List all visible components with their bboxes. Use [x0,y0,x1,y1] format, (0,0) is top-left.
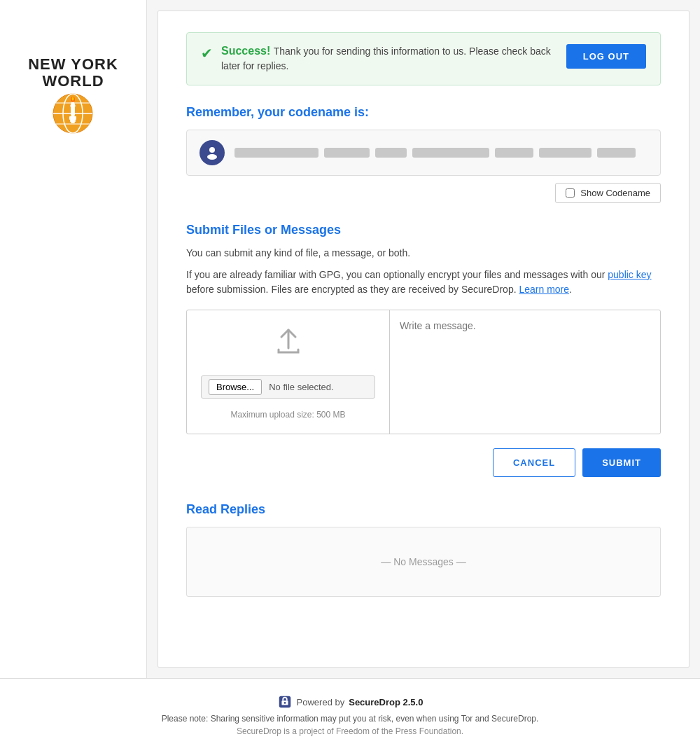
footer-project-text: SecureDrop is a project of Freedom of th… [237,726,463,736]
powered-by-text: Powered by [297,697,345,707]
submit-button[interactable]: SUBMIT [582,448,661,477]
svg-rect-5 [71,105,75,116]
svg-point-12 [209,147,215,153]
codename-word-1 [234,148,318,158]
svg-rect-8 [70,120,76,122]
upload-panel: Browse... No file selected. Maximum uplo… [187,310,390,434]
logo-icon [52,92,94,134]
submit-desc2-suffix: . [569,284,572,295]
submit-desc2: If you are already familiar with GPG, yo… [186,268,661,297]
success-left: ✔ Success! Thank you for sending this in… [201,44,566,74]
logo-container: NEW YORK WORLD [28,56,118,134]
sidebar: NEW YORK WORLD [0,0,147,678]
cancel-button[interactable]: CANCEL [493,448,575,477]
logo-line2: WORLD [42,72,104,90]
codename-word-6 [539,148,592,158]
logo-text: NEW YORK WORLD [28,56,118,90]
svg-point-13 [207,154,217,160]
svg-point-16 [284,702,286,704]
upload-icon [272,324,305,364]
person-icon [204,145,220,160]
footer-note: Please note: Sharing sensitive informati… [7,714,693,724]
submit-section-title: Submit Files or Messages [186,223,661,237]
no-messages-text: — No Messages — [381,556,465,567]
svg-rect-9 [71,122,75,123]
logo-line1: NEW YORK [28,55,118,73]
replies-box: — No Messages — [186,527,661,597]
footer: Powered by SecureDrop 2.5.0 Please note:… [0,678,700,746]
show-codename-checkbox[interactable] [566,188,575,198]
codename-word-2 [324,148,370,158]
show-codename-row: Show Codename [186,183,661,203]
footer-project-link: SecureDrop is a project of Freedom of th… [7,726,693,736]
public-key-link[interactable]: public key [608,269,651,280]
message-textarea[interactable] [390,310,660,434]
securedrop-version: SecureDrop 2.5.0 [349,697,423,707]
content-area: ✔ Success! Thank you for sending this in… [158,11,690,668]
max-upload-text: Maximum upload size: 500 MB [230,410,345,420]
logout-button[interactable]: LOG OUT [566,44,646,69]
success-message: Success! Thank you for sending this info… [221,44,566,74]
success-text: Thank you for sending this information t… [221,46,551,71]
submit-desc2-middle: before submission. Files are encrypted a… [186,284,519,295]
success-banner: ✔ Success! Thank you for sending this in… [186,32,661,85]
message-panel [390,310,660,434]
learn-more-link[interactable]: Learn more [519,284,569,295]
codename-section-title: Remember, your codename is: [186,105,661,120]
footer-powered: Powered by SecureDrop 2.5.0 [7,694,693,710]
svg-point-11 [72,97,74,101]
browse-button[interactable]: Browse... [209,379,262,395]
codename-word-5 [495,148,533,158]
codename-word-7 [597,148,636,158]
securedrop-icon [277,694,293,710]
show-codename-label[interactable]: Show Codename [555,183,661,203]
codename-word-3 [375,148,407,158]
codename-words [234,148,636,158]
browse-row: Browse... No file selected. [201,375,375,399]
success-label: Success! [221,45,270,57]
svg-rect-7 [69,116,76,120]
upload-message-area: Browse... No file selected. Maximum uplo… [186,310,661,434]
success-icon: ✔ [201,45,213,62]
codename-avatar [200,140,225,165]
action-buttons: CANCEL SUBMIT [186,448,661,477]
replies-section-title: Read Replies [186,502,661,517]
submit-desc2-prefix: If you are already familiar with GPG, yo… [186,269,608,280]
codename-box [186,130,661,176]
main-content: NEW YORK WORLD [0,0,700,678]
codename-word-4 [412,148,489,158]
no-file-label: No file selected. [269,382,334,392]
show-codename-text: Show Codename [580,188,650,198]
page-wrapper: NEW YORK WORLD [0,0,700,746]
submit-desc1: You can submit any kind of file, a messa… [186,246,661,261]
